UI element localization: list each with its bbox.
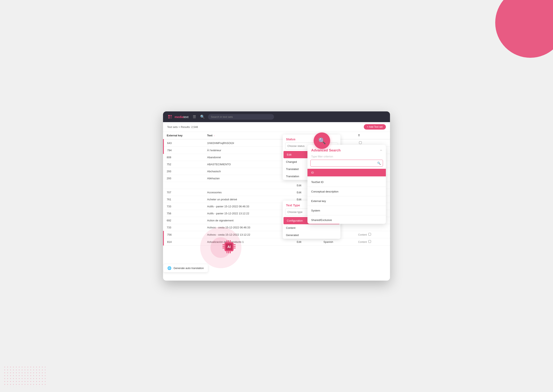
navbar: mediatext ☰ 🔍 Search in text sets bbox=[163, 112, 390, 122]
svg-text:AI: AI bbox=[227, 245, 231, 249]
advanced-search-panel: Advanced Search − Type filter criterion … bbox=[308, 145, 386, 224]
cell-external-key: 293 bbox=[163, 175, 204, 182]
browser-window: mediatext ☰ 🔍 Search in text sets Text s… bbox=[163, 112, 390, 280]
table-row[interactable]: 814 Actualización de mi producto 1 Edit … bbox=[163, 238, 390, 245]
generate-translation-bar[interactable]: 🌐 Generate auto translation bbox=[163, 264, 208, 272]
svg-rect-16 bbox=[228, 251, 229, 253]
table-row[interactable]: 733 Activos - cesta 15-12-2022 06:46:33 … bbox=[163, 224, 390, 231]
cell-text: Abandonné bbox=[204, 154, 294, 161]
advanced-item[interactable]: Shared/Exclusive bbox=[308, 216, 386, 224]
cell-external-key bbox=[163, 182, 204, 189]
logo: mediatext bbox=[167, 114, 189, 120]
advanced-item[interactable]: System bbox=[308, 207, 386, 214]
svg-rect-9 bbox=[234, 244, 236, 245]
filter-search-icon: 🔍 bbox=[377, 161, 381, 165]
svg-rect-6 bbox=[223, 244, 224, 245]
cell-language: Spanish bbox=[320, 238, 355, 245]
content-area: Text sets > Results: 2,548 + Add Text se… bbox=[163, 122, 390, 280]
filter-input-wrap: 🔍 bbox=[310, 160, 383, 167]
row-checkbox[interactable] bbox=[359, 141, 362, 144]
generate-bar-label: Generate auto translation bbox=[174, 266, 204, 270]
divider bbox=[308, 215, 386, 215]
cell-external-key: 752 bbox=[163, 161, 204, 168]
row-checkbox[interactable] bbox=[368, 240, 371, 243]
advanced-item[interactable]: ID bbox=[308, 169, 386, 176]
cell-external-key: 756 bbox=[163, 210, 204, 217]
cell-external-key: 293 bbox=[163, 168, 204, 175]
cell-external-key: 756 bbox=[163, 231, 204, 238]
svg-point-3 bbox=[170, 117, 172, 119]
cell-type: Content bbox=[355, 231, 390, 238]
ai-chip-icon: AI bbox=[221, 238, 237, 255]
breadcrumb-bar: Text sets > Results: 2,548 + Add Text se… bbox=[163, 122, 390, 132]
cell-text: Abkhazian bbox=[204, 175, 294, 182]
svg-point-2 bbox=[168, 117, 170, 119]
cell-type bbox=[355, 224, 390, 231]
cell-text: Actifs - panier 15-12-2022 06:46:33 bbox=[204, 203, 294, 210]
advanced-close-button[interactable]: − bbox=[380, 148, 382, 153]
cell-text: Action de signalement bbox=[204, 217, 294, 224]
cell-type: Content bbox=[355, 238, 390, 245]
svg-rect-7 bbox=[223, 246, 224, 247]
ai-chip: AI bbox=[221, 238, 237, 256]
svg-rect-17 bbox=[230, 251, 231, 253]
divider bbox=[308, 177, 386, 177]
nav-search-placeholder: Search in text sets bbox=[211, 115, 233, 119]
table-row[interactable]: 756 Activos - cesta 15-12-2022 13:12:22 … bbox=[163, 231, 390, 238]
svg-rect-8 bbox=[223, 248, 224, 248]
dots-svg bbox=[4, 366, 45, 387]
logo-text: mediatext bbox=[175, 115, 189, 119]
text-type-option[interactable]: Generated bbox=[283, 231, 341, 239]
cell-external-key: 692 bbox=[163, 217, 204, 224]
cell-external-key: 761 bbox=[163, 196, 204, 203]
row-checkbox[interactable] bbox=[368, 233, 371, 236]
cell-text: Acheter un produit dérivé bbox=[204, 196, 294, 203]
col-type: T bbox=[355, 132, 390, 139]
dots-decoration bbox=[4, 366, 45, 388]
cell-external-key: 643 bbox=[163, 139, 204, 147]
advanced-item[interactable]: External key bbox=[308, 197, 386, 205]
svg-rect-20 bbox=[4, 366, 45, 387]
cell-text: Accessories bbox=[204, 189, 294, 196]
advanced-items: IDTextSet IDConceptual descriptionExtern… bbox=[308, 169, 386, 224]
advanced-item[interactable]: TextSet ID bbox=[308, 178, 386, 186]
cell-external-key: 733 bbox=[163, 203, 204, 210]
svg-rect-15 bbox=[227, 251, 227, 253]
svg-rect-13 bbox=[228, 240, 229, 242]
svg-point-0 bbox=[168, 115, 170, 117]
cell-external-key: 733 bbox=[163, 224, 204, 231]
col-external-key: External key bbox=[163, 132, 204, 139]
nav-search-bar[interactable]: Search in text sets bbox=[208, 114, 274, 120]
search-circle-icon: 🔍 bbox=[318, 137, 326, 144]
status-panel-title: Status bbox=[283, 134, 341, 143]
cell-text bbox=[204, 182, 294, 189]
cell-external-key: 814 bbox=[163, 238, 204, 245]
cell-status: Edit bbox=[294, 238, 320, 245]
decorative-circle-tr bbox=[495, 0, 553, 58]
cell-text: À l'extérieur bbox=[204, 147, 294, 154]
advanced-item[interactable]: Conceptual description bbox=[308, 188, 386, 195]
breadcrumb: Text sets > Results: 2,548 bbox=[167, 126, 198, 129]
cell-text: 1hW2HMPnqRhSOI2# bbox=[204, 139, 294, 147]
hamburger-icon[interactable]: ☰ bbox=[193, 114, 196, 119]
sort-icon: ↑ bbox=[214, 134, 215, 137]
col-text[interactable]: Text ↑ bbox=[204, 132, 294, 139]
cell-external-key: 808 bbox=[163, 154, 204, 161]
filter-input[interactable] bbox=[313, 162, 377, 165]
svg-rect-12 bbox=[227, 240, 227, 242]
svg-rect-14 bbox=[230, 240, 231, 242]
divider bbox=[308, 206, 386, 206]
cell-text: Abchasisch bbox=[204, 168, 294, 175]
cell-text: ABASTECIMIENTO bbox=[204, 161, 294, 168]
cell-external-key: 707 bbox=[163, 189, 204, 196]
text-type-option[interactable]: Content bbox=[283, 224, 341, 231]
advanced-search-trigger[interactable]: 🔍 bbox=[314, 133, 330, 149]
svg-point-1 bbox=[170, 115, 172, 117]
svg-rect-10 bbox=[234, 246, 236, 247]
cell-text: Actifs - panier 15-12-2022 13:12:22 bbox=[204, 210, 294, 217]
logo-icon bbox=[167, 114, 173, 120]
add-textset-button[interactable]: + Add Text set bbox=[364, 124, 386, 130]
svg-rect-11 bbox=[234, 248, 236, 248]
filter-hint: Type filter criterion bbox=[308, 155, 386, 160]
nav-search-icon[interactable]: 🔍 bbox=[200, 114, 205, 119]
